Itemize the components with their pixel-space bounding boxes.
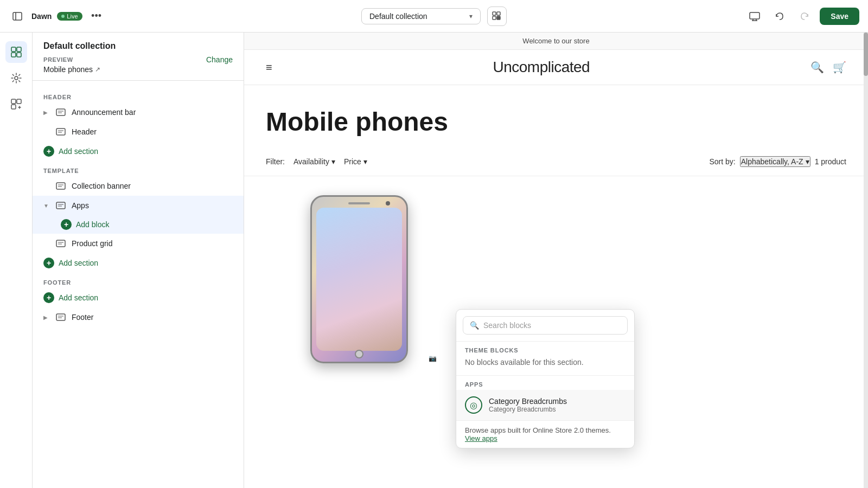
blocks-popup: 🔍 Search blocks THEME BLOCKS No blocks a… [456,309,635,448]
collection-dropdown[interactable]: Default collection ▾ [361,8,481,24]
svg-point-14 [15,76,18,80]
svg-rect-21 [56,109,65,115]
announcement-bar-label: Announcement bar [72,108,136,117]
price-filter[interactable]: Price ▾ [344,157,367,166]
search-icon-popup: 🔍 [470,321,479,330]
store-header-icons: 🔍 🛒 [810,61,846,74]
sidebar-item-product-grid[interactable]: ▶ Product grid [33,234,244,253]
topbar-left: Dawn Live ••• [9,8,288,25]
svg-rect-11 [17,47,21,52]
preview-area: Welcome to our store ≡ Uncomplicated 🔍 🛒… [244,33,868,488]
svg-rect-6 [750,12,760,19]
add-section-header-label: Add section [59,147,98,156]
preview-row: PREVIEW Change [43,55,233,64]
product-image[interactable]: 📷 [272,187,446,371]
grid-view-button[interactable] [487,7,507,26]
sidebar-scroll: HEADER ▶ Announcement bar ▶ [33,81,244,488]
change-link[interactable]: Change [206,55,233,64]
svg-rect-3 [497,12,500,15]
header-label: Header [72,127,97,136]
sidebar-item-announcement-bar[interactable]: ▶ Announcement bar [33,102,244,122]
sidebar: Default collection PREVIEW Change Mobile… [33,33,244,488]
sidebar-item-collection-banner[interactable]: ▶ Collection banner [33,176,244,196]
desktop-view-button[interactable] [745,7,764,26]
filter-bar: Filter: Availability ▾ Price ▾ Sort by: … [244,147,868,176]
store-brand: Uncomplicated [493,59,590,76]
scrollbar-track [864,33,868,488]
footer-label: Footer [72,313,93,322]
sidebar-item-footer[interactable]: ▶ Footer [33,307,244,327]
topbar-center: Default collection ▾ [295,7,574,26]
chevron-down-icon-availability: ▾ [331,157,335,166]
add-section-footer-label: Add section [59,293,98,302]
product-count: 1 product [815,157,846,166]
app-subtitle: Category Breadcrumbs [489,406,626,413]
undo-button[interactable] [770,7,789,26]
svg-rect-10 [11,47,16,52]
template-section-group: TEMPLATE ▶ Collection banner ▼ [33,163,244,273]
nav-icon-customize[interactable] [5,67,27,89]
redo-button[interactable] [795,7,814,26]
live-badge: Live [57,12,82,21]
live-dot [61,15,65,18]
back-button[interactable] [9,8,26,25]
main-layout: Default collection PREVIEW Change Mobile… [0,33,868,488]
sidebar-item-header[interactable]: ▶ Header [33,122,244,142]
svg-rect-13 [17,53,21,57]
apps-icon [55,200,66,211]
category-breadcrumbs-icon: ◎ [465,396,482,414]
chevron-down-icon-sort: ▾ [806,157,809,166]
store-announcement-bar: Welcome to our store [244,33,868,50]
svg-rect-30 [56,202,65,209]
scrollbar-thumb[interactable] [864,33,868,76]
collection-hero: Mobile phones [244,85,868,147]
svg-rect-36 [56,314,65,320]
search-input[interactable]: Search blocks [483,321,621,330]
add-section-template[interactable]: + Add section [33,253,244,273]
live-label: Live [67,13,78,20]
search-icon[interactable]: 🔍 [810,61,824,74]
header-section-group: HEADER ▶ Announcement bar ▶ [33,89,244,161]
chevron-down-icon-apps: ▼ [43,203,50,209]
topbar: Dawn Live ••• Default collection ▾ [0,0,868,33]
footer-section-label: FOOTER [33,275,244,288]
sidebar-item-apps[interactable]: ▼ Apps [33,196,244,215]
sort-button[interactable]: Alphabetically, A-Z ▾ [740,156,810,167]
search-box: 🔍 Search blocks [463,316,628,335]
svg-rect-17 [11,105,16,109]
apps-label: Apps [72,201,89,210]
view-apps-link[interactable]: View apps [465,434,497,442]
filter-left: Filter: Availability ▾ Price ▾ [266,157,367,166]
cart-icon[interactable]: 🛒 [833,61,846,74]
save-button[interactable]: Save [820,8,859,25]
footer-icon [55,312,66,323]
store-header: ≡ Uncomplicated 🔍 🛒 [244,50,868,85]
add-section-template-label: Add section [59,259,98,267]
browse-text: Browse apps built for Online Store 2.0 t… [465,426,611,434]
svg-rect-2 [493,12,496,15]
add-section-footer[interactable]: + Add section [33,288,244,307]
header-section-label: HEADER [33,89,244,102]
add-block-button[interactable]: + Add block [33,215,244,234]
add-section-header[interactable]: + Add section [33,142,244,161]
camera-overlay-icon: 📷 [426,352,439,365]
preview-value-text: Mobile phones [43,65,93,74]
collection-banner-icon [55,181,66,191]
add-circle-icon: + [43,146,54,157]
availability-filter[interactable]: Availability ▾ [293,157,335,166]
nav-icon-sections[interactable] [5,41,27,63]
external-link-icon: ↗ [95,66,100,73]
chevron-right-icon-footer: ▶ [43,314,50,320]
more-button[interactable]: ••• [88,8,105,25]
svg-rect-24 [56,129,65,135]
nav-icons [0,33,33,488]
filter-label: Filter: [266,157,285,166]
hamburger-icon[interactable]: ≡ [266,61,272,74]
nav-icon-add[interactable] [5,93,27,115]
sidebar-header: Default collection PREVIEW Change Mobile… [33,33,244,81]
product-grid-icon [55,238,66,249]
category-breadcrumbs-item[interactable]: ◎ Category Breadcrumbs Category Breadcru… [456,390,634,420]
phone-shape [310,195,408,363]
theme-blocks-label: THEME BLOCKS [456,342,634,356]
svg-rect-27 [56,183,65,189]
